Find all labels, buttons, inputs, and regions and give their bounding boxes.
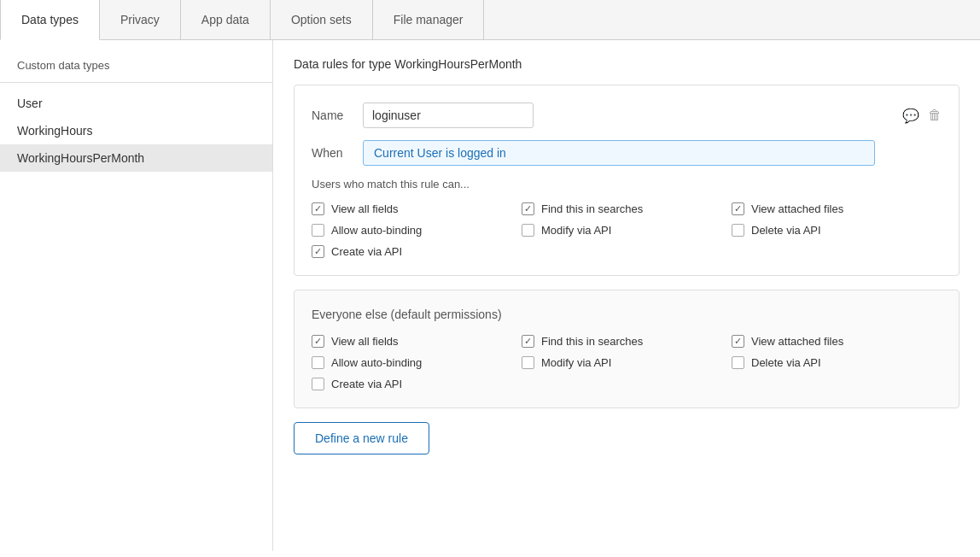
comment-icon[interactable]: 💬 — [902, 108, 919, 124]
default-perm-allow-auto-binding-label: Allow auto-binding — [331, 356, 422, 369]
permissions-title: Users who match this rule can... — [312, 178, 942, 191]
sidebar-item-working-hours[interactable]: WorkingHours — [0, 117, 272, 144]
default-perm-delete-via-api-checkbox[interactable] — [732, 356, 744, 369]
default-perm-allow-auto-binding-checkbox[interactable] — [312, 356, 324, 369]
perm-view-attached-files-label: View attached files — [751, 202, 843, 215]
perm-create-via-api-label: Create via API — [331, 245, 402, 258]
perm-delete-via-api-label: Delete via API — [751, 224, 821, 237]
name-input[interactable] — [363, 103, 534, 128]
perm-view-all-fields-label: View all fields — [331, 202, 399, 215]
default-permissions-grid: View all fields Find this in searches Vi… — [312, 335, 942, 390]
default-perm-view-all-fields-checkbox[interactable] — [312, 335, 324, 348]
default-perm-modify-via-api-checkbox[interactable] — [522, 356, 534, 369]
when-label: When — [312, 146, 363, 160]
default-perm-view-all-fields: View all fields — [312, 335, 522, 348]
perm-allow-auto-binding: Allow auto-binding — [312, 224, 522, 237]
default-perm-view-all-fields-label: View all fields — [331, 335, 399, 348]
permissions-grid: View all fields Find this in searches Vi… — [312, 202, 942, 258]
default-perm-create-via-api-checkbox[interactable] — [312, 378, 324, 390]
sidebar-item-working-hours-per-month[interactable]: WorkingHoursPerMonth — [0, 144, 272, 172]
when-condition[interactable]: Current User is logged in — [363, 140, 875, 166]
perm-view-all-fields-checkbox[interactable] — [312, 202, 324, 215]
default-perm-delete-via-api-label: Delete via API — [751, 356, 821, 369]
default-perm-create-via-api-label: Create via API — [331, 378, 402, 390]
perm-view-all-fields: View all fields — [312, 202, 522, 215]
perm-delete-via-api-checkbox[interactable] — [732, 224, 744, 237]
name-row: Name 💬 🗑 — [312, 103, 942, 128]
default-perm-modify-via-api: Modify via API — [522, 356, 732, 369]
perm-find-in-searches-checkbox[interactable] — [522, 202, 534, 215]
default-perm-allow-auto-binding: Allow auto-binding — [312, 356, 522, 369]
define-rule-button[interactable]: Define a new rule — [294, 422, 429, 454]
content-area: Data rules for type WorkingHoursPerMonth… — [273, 40, 980, 551]
perm-allow-auto-binding-label: Allow auto-binding — [331, 224, 422, 237]
default-perm-modify-via-api-label: Modify via API — [541, 356, 611, 369]
perm-find-in-searches: Find this in searches — [522, 202, 732, 215]
default-perm-create-via-api: Create via API — [312, 378, 522, 390]
when-row: When Current User is logged in — [312, 140, 942, 166]
perm-modify-via-api-label: Modify via API — [541, 224, 611, 237]
default-perm-view-attached-files-checkbox[interactable] — [732, 335, 744, 348]
default-perm-find-in-searches-label: Find this in searches — [541, 335, 643, 348]
perm-create-via-api: Create via API — [312, 245, 522, 258]
rule-card: Name 💬 🗑 When Current User is logged in … — [294, 85, 960, 276]
perm-find-in-searches-label: Find this in searches — [541, 202, 643, 215]
default-perm-find-in-searches-checkbox[interactable] — [522, 335, 534, 348]
default-perm-view-attached-files-label: View attached files — [751, 335, 843, 348]
default-perm-find-in-searches: Find this in searches — [522, 335, 732, 348]
name-label: Name — [312, 108, 363, 122]
perm-view-attached-files-checkbox[interactable] — [732, 202, 744, 215]
perm-modify-via-api: Modify via API — [522, 224, 732, 237]
tab-app-data[interactable]: App data — [181, 0, 271, 39]
trash-icon[interactable]: 🗑 — [928, 108, 942, 123]
tab-bar: Data types Privacy App data Option sets … — [0, 0, 980, 40]
perm-delete-via-api: Delete via API — [732, 224, 942, 237]
sidebar-section-title: Custom data types — [0, 54, 272, 83]
tab-option-sets[interactable]: Option sets — [271, 0, 373, 39]
tab-data-types[interactable]: Data types — [0, 0, 100, 40]
main-layout: Custom data types User WorkingHours Work… — [0, 40, 980, 551]
content-title: Data rules for type WorkingHoursPerMonth — [294, 57, 960, 71]
perm-create-via-api-checkbox[interactable] — [312, 245, 324, 258]
sidebar: Custom data types User WorkingHours Work… — [0, 40, 273, 551]
sidebar-item-user[interactable]: User — [0, 90, 272, 117]
default-perm-delete-via-api: Delete via API — [732, 356, 942, 369]
default-perm-view-attached-files: View attached files — [732, 335, 942, 348]
tab-file-manager[interactable]: File manager — [373, 0, 485, 39]
default-permissions-card: Everyone else (default permissions) View… — [294, 290, 960, 408]
perm-allow-auto-binding-checkbox[interactable] — [312, 224, 324, 237]
rule-icons: 💬 🗑 — [902, 108, 942, 124]
tab-privacy[interactable]: Privacy — [100, 0, 181, 39]
default-permissions-title: Everyone else (default permissions) — [312, 308, 942, 321]
perm-modify-via-api-checkbox[interactable] — [522, 224, 534, 237]
perm-view-attached-files: View attached files — [732, 202, 942, 215]
